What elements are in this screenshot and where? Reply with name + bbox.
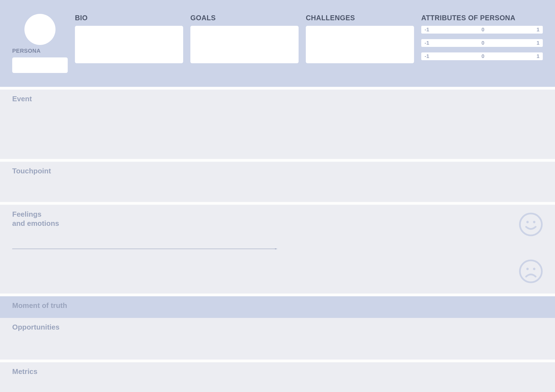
scale-max: 1 [536,53,539,59]
scale-min: -1 [425,27,429,33]
svg-point-3 [526,221,529,223]
feelings-title-l1: Feelings [12,210,41,218]
goals-column: GOALS [190,14,299,63]
opportunities-row[interactable]: Opportunities [0,318,555,360]
scale-mid: 0 [481,53,485,59]
attributes-title: ATTRIBUTES OF PERSONA [421,14,543,22]
svg-point-2 [520,213,542,235]
scale-max: 1 [536,27,539,33]
touchpoint-row[interactable]: Touchpoint [0,162,555,202]
attribute-scale[interactable]: -1 0 1 [421,52,543,60]
feelings-row[interactable]: Feelings and emotions [0,205,555,294]
metrics-row[interactable]: Metrics [0,362,555,392]
svg-point-7 [533,268,536,270]
event-title: Event [12,95,543,103]
goals-input[interactable] [190,26,299,63]
feelings-title-l2: and emotions [12,219,59,227]
event-row[interactable]: Event [0,90,555,159]
feelings-title: Feelings and emotions [12,210,543,228]
happy-face-icon [519,213,543,236]
sad-face-icon [519,259,543,283]
challenges-title: CHALLENGES [306,14,414,22]
moment-title: Moment of truth [12,301,543,310]
attributes-column: ATTRIBUTES OF PERSONA -1 0 1 -1 0 1 -1 0… [421,14,543,60]
persona-label: PERSONA [12,48,41,54]
bio-column: BIO [75,14,183,63]
persona-header: PERSONA BIO GOALS CHALLENGES ATTRIBUTES … [0,0,555,87]
svg-point-4 [533,221,536,223]
row-separator [0,202,555,205]
journey-rows: Event Touchpoint Feelings and emotions [0,87,555,392]
timeline-arrow-icon [12,248,278,249]
touchpoint-title: Touchpoint [12,167,543,175]
persona-avatar-placeholder[interactable] [24,14,56,45]
row-separator [0,294,555,296]
svg-point-6 [526,268,529,270]
challenges-column: CHALLENGES [306,14,414,63]
opportunities-title: Opportunities [12,323,543,332]
scale-min: -1 [425,40,429,46]
persona-name-input[interactable] [12,57,68,73]
bio-input[interactable] [75,26,183,63]
challenges-input[interactable] [306,26,414,63]
scale-max: 1 [536,40,539,46]
svg-point-5 [520,260,542,282]
bio-title: BIO [75,14,183,22]
persona-column: PERSONA [12,14,68,73]
goals-title: GOALS [190,14,299,22]
attribute-scale[interactable]: -1 0 1 [421,39,543,47]
attributes-list: -1 0 1 -1 0 1 -1 0 1 [421,26,543,60]
scale-min: -1 [425,53,429,59]
scale-mid: 0 [481,40,485,46]
attribute-scale[interactable]: -1 0 1 [421,26,543,34]
row-separator [0,159,555,162]
row-separator [0,360,555,362]
metrics-title: Metrics [12,367,543,376]
moment-of-truth-row[interactable]: Moment of truth [0,296,555,318]
scale-mid: 0 [481,27,485,33]
row-separator [0,87,555,90]
svg-marker-1 [275,248,278,249]
